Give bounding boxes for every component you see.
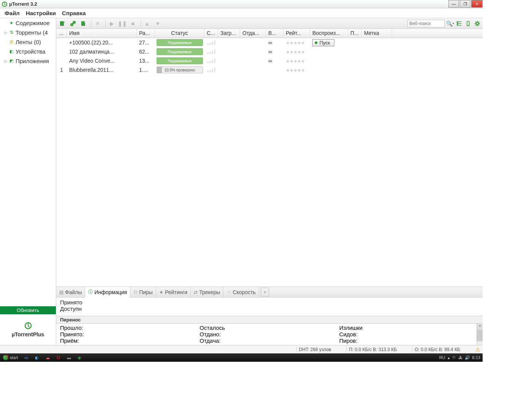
play-button[interactable]: ●Пуск — [312, 39, 334, 46]
table-row[interactable]: 1Blubberella.2011...1....10.9% проверено… — [56, 65, 483, 74]
table-row[interactable]: 102 далматинца...62...Раздаваемые∞★★★★★ — [56, 47, 483, 56]
tab-info[interactable]: ⓘИнформация — [85, 287, 130, 298]
sidebar-item-0[interactable]: ★Содержимое — [0, 18, 56, 28]
status-dht[interactable]: DHT: 288 узлов — [296, 347, 331, 352]
status-upload[interactable]: О: 0.0 КБ/с В: 89.4 КБ — [412, 347, 460, 352]
move-up-button[interactable]: ▲ — [142, 19, 152, 28]
start-button[interactable]: ▶ — [107, 19, 116, 28]
column-header[interactable]: Метка — [362, 29, 392, 38]
table-header: ...ИмяРа...СтатусС...Загр...Отда...В...Р… — [56, 29, 483, 38]
tab-ratings[interactable]: ★Рейтинги — [156, 287, 191, 297]
search-input[interactable] — [407, 20, 445, 27]
svg-rect-28 — [214, 40, 215, 45]
sidebar-item-3[interactable]: ◧Устройства — [0, 47, 56, 56]
column-header[interactable]: Статус — [155, 29, 204, 38]
close-button[interactable]: ✕ — [471, 0, 483, 8]
stop-button[interactable]: ■ — [128, 19, 138, 28]
ratings-icon: ★ — [159, 290, 163, 295]
sidebar-item-2[interactable]: ⦿Ленты (0) — [0, 37, 56, 47]
svg-rect-11 — [459, 23, 461, 24]
taskbar-app-6[interactable]: ◉ — [74, 353, 85, 362]
warning-icon[interactable]: ⚠ — [475, 347, 480, 353]
menu-help[interactable]: Справка — [59, 9, 89, 17]
svg-rect-13 — [459, 25, 461, 26]
menubar: Файл Настройки Справка — [0, 8, 483, 18]
column-header[interactable]: ... — [56, 29, 67, 38]
svg-rect-37 — [207, 71, 209, 72]
svg-rect-36 — [214, 59, 215, 63]
start-button[interactable]: start — [0, 355, 21, 360]
sidebar-plus-promo[interactable]: µTorrentPlus — [0, 314, 56, 345]
taskbar-app-5[interactable]: ▬ — [63, 353, 74, 362]
sidebar-update-button[interactable]: Обновить — [0, 306, 56, 314]
trackers-icon: ⇄ — [194, 290, 198, 295]
info-line: Принято — [60, 299, 479, 306]
column-header[interactable]: Воспроиз... — [310, 29, 348, 38]
column-header[interactable]: Имя — [67, 29, 137, 38]
sidebar: ★Содержимое▷⇅Торренты (4⦿Ленты (0)◧Устро… — [0, 18, 56, 345]
tab-trackers[interactable]: ⇄Трекеры — [191, 287, 223, 297]
toolbar: + + ✕ ▶ ❚❚ ■ ▲ ▼ 🔍▾ — [56, 18, 483, 29]
preferences-button[interactable] — [473, 20, 481, 27]
windows-orb-icon — [3, 355, 8, 360]
tray-flag-icon[interactable]: ⚐ — [452, 355, 456, 360]
menu-file[interactable]: Файл — [2, 9, 23, 17]
column-header[interactable]: Рейт... — [283, 29, 310, 38]
svg-text:+: + — [75, 21, 76, 23]
remove-button[interactable]: ✕ — [93, 19, 102, 28]
tray-network-icon[interactable]: 🖧 — [458, 355, 462, 360]
column-header[interactable]: Ра... — [137, 29, 155, 38]
add-torrent-button[interactable]: + — [58, 19, 67, 28]
tray-lang[interactable]: RU — [439, 355, 445, 360]
svg-rect-32 — [214, 49, 215, 54]
column-header[interactable]: В... — [266, 29, 283, 38]
add-url-button[interactable]: + — [68, 19, 78, 28]
sidebar-item-4[interactable]: ▷◩Приложения — [0, 56, 56, 66]
taskbar-app-2[interactable]: ◐ — [32, 353, 42, 362]
svg-line-23 — [475, 25, 476, 25]
taskbar-app-4[interactable]: O — [53, 353, 63, 362]
utorrent-plus-icon — [0, 322, 56, 331]
status-download[interactable]: П: 0.0 КБ/с В: 313.3 КБ — [346, 347, 397, 352]
collapse-detail-button[interactable]: » — [261, 288, 269, 296]
detail-scrollbar[interactable]: ▴ — [477, 324, 483, 345]
tray-expand-icon[interactable]: ▴ — [448, 355, 450, 360]
menu-settings[interactable]: Настройки — [23, 9, 59, 17]
maximize-button[interactable]: ❐ — [460, 0, 470, 8]
detail-pane: ▤Файлы ⓘИнформация ⚇Пиры ★Рейтинги ⇄Трек… — [56, 287, 483, 345]
sidebar-item-1[interactable]: ▷⇅Торренты (4 — [0, 28, 56, 37]
column-header[interactable]: П... — [348, 29, 362, 38]
column-header[interactable]: С... — [204, 29, 218, 38]
table-row[interactable]: +100500.(22).20...27...Раздаваемые∞★★★★★… — [56, 38, 483, 47]
column-header[interactable]: Загр... — [218, 29, 240, 38]
svg-rect-27 — [212, 41, 213, 45]
window-title: µTorrent 3.2 — [9, 1, 448, 7]
create-torrent-button[interactable] — [79, 19, 88, 28]
svg-text:+: + — [63, 21, 65, 24]
search-icon-button[interactable]: 🔍▾ — [446, 20, 454, 27]
minimize-button[interactable]: — — [448, 0, 459, 8]
info-line: Доступн — [60, 306, 479, 312]
svg-rect-33 — [207, 62, 209, 63]
remote-button[interactable] — [464, 20, 472, 27]
taskbar-app-3[interactable]: ☁ — [42, 353, 53, 362]
files-icon: ▤ — [59, 290, 63, 295]
svg-rect-35 — [212, 60, 213, 63]
category-view-button[interactable] — [455, 20, 463, 27]
titlebar: µTorrent 3.2 — ❐ ✕ — [0, 0, 483, 8]
move-down-button[interactable]: ▼ — [153, 19, 162, 28]
tray-clock[interactable]: 6:13 — [472, 355, 480, 360]
utorrent-plus-label: µTorrentPlus — [0, 331, 56, 337]
table-row[interactable]: Any Video Conve...13...Раздаваемые∞★★★★★ — [56, 56, 483, 65]
transfer-grid: Прошло: Принято: Приём: Осталось Отдано:… — [56, 324, 483, 345]
svg-rect-31 — [212, 51, 213, 54]
tab-speed[interactable]: ⟋Скорость — [223, 287, 259, 297]
svg-rect-10 — [457, 23, 458, 25]
tab-peers[interactable]: ⚇Пиры — [130, 287, 156, 297]
svg-point-15 — [468, 25, 469, 25]
taskbar-app-1[interactable]: ▭ — [21, 353, 32, 362]
tray-volume-icon[interactable]: 🔊 — [465, 355, 470, 360]
pause-button[interactable]: ❚❚ — [118, 19, 127, 28]
column-header[interactable]: Отда... — [240, 29, 266, 38]
tab-files[interactable]: ▤Файлы — [56, 287, 85, 297]
